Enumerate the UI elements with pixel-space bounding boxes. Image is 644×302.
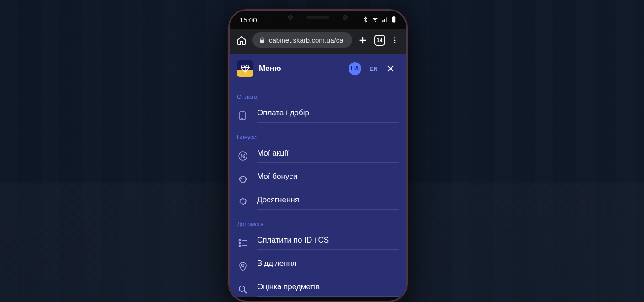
menu-item-payment[interactable]: Оплата і добір (230, 104, 406, 127)
app-screen: Меню UA EN Оплата Оплата і добір Бонуси (230, 54, 406, 297)
piggy-icon (237, 173, 249, 185)
wifi-icon (371, 16, 379, 23)
menu-list: Оплата Оплата і добір Бонуси Мої акції (230, 83, 406, 297)
browser-menu-icon[interactable] (391, 36, 400, 44)
section-heading-payment: Оплата (230, 87, 406, 104)
menu-title: Меню (259, 64, 343, 73)
card-icon (237, 110, 249, 122)
menu-item-label: Сплатити по ID і CS (257, 236, 399, 250)
menu-item-bonuses[interactable]: Мої бонуси (230, 167, 406, 191)
svg-point-2 (394, 37, 396, 38)
lock-icon (259, 37, 265, 43)
svg-rect-0 (392, 17, 395, 23)
phone-frame: 15:00 cabinet.skarb.com.ua/ca 14 (228, 9, 408, 302)
url-text: cabinet.skarb.com.ua/ca (269, 36, 343, 44)
svg-point-13 (242, 264, 244, 266)
new-tab-icon[interactable] (358, 35, 369, 45)
menu-item-label: Оплата і добір (257, 108, 399, 123)
diamond-icon (240, 64, 250, 74)
menu-item-pay-by-id[interactable]: Сплатити по ID і CS (230, 231, 406, 254)
tab-count[interactable]: 14 (374, 35, 385, 46)
status-time: 15:00 (240, 16, 257, 24)
menu-item-label: Відділення (257, 259, 399, 273)
browser-toolbar: cabinet.skarb.com.ua/ca 14 (230, 29, 406, 54)
menu-item-label: Мої акції (257, 149, 399, 163)
lang-active[interactable]: UA (349, 62, 361, 75)
status-icons (362, 16, 396, 23)
menu-item-promotions[interactable]: Мої акції (230, 144, 406, 167)
url-bar[interactable]: cabinet.skarb.com.ua/ca (252, 32, 352, 48)
svg-point-3 (394, 39, 396, 41)
svg-point-4 (394, 42, 396, 43)
badge-icon (237, 197, 249, 209)
app-header: Меню UA EN (230, 54, 406, 83)
menu-item-achievements[interactable]: Досягнення (230, 191, 406, 214)
svg-point-14 (239, 286, 245, 291)
bluetooth-icon (362, 16, 369, 23)
phone-mockup: 15:00 cabinet.skarb.com.ua/ca 14 (222, 9, 414, 302)
section-heading-bonuses: Бонуси (230, 127, 406, 144)
battery-icon (392, 16, 396, 23)
app-logo[interactable] (237, 60, 253, 77)
pin-icon (237, 260, 249, 272)
close-icon[interactable] (386, 64, 399, 73)
menu-item-label: Оцінка предметів (257, 282, 399, 297)
svg-point-10 (239, 239, 241, 241)
menu-item-branches[interactable]: Відділення (230, 254, 406, 278)
svg-point-12 (239, 245, 241, 246)
home-icon[interactable] (236, 35, 247, 46)
menu-item-evaluation[interactable]: Оцінка предметів (230, 278, 406, 297)
list-icon (237, 237, 249, 249)
svg-point-8 (244, 156, 245, 157)
signal-icon (381, 16, 389, 23)
percent-icon (237, 150, 249, 162)
phone-notch (277, 11, 359, 24)
svg-point-7 (241, 154, 242, 155)
search-icon (237, 284, 249, 296)
section-heading-help: Допомога (230, 214, 406, 231)
svg-point-9 (241, 178, 242, 179)
svg-rect-1 (393, 16, 394, 17)
svg-point-11 (239, 242, 241, 243)
menu-item-label: Досягнення (257, 195, 399, 210)
lang-other[interactable]: EN (367, 65, 381, 72)
menu-item-label: Мої бонуси (257, 172, 399, 186)
